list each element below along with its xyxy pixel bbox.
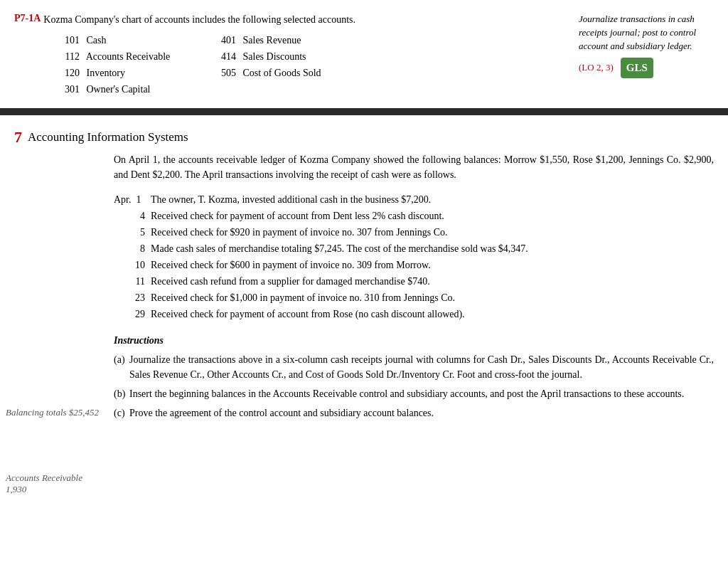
accounts-receivable-label: Accounts Receivable — [6, 472, 82, 483]
acct-name-414: Sales Discounts — [243, 51, 306, 62]
trans-desc-1: The owner, T. Kozma, invested additional… — [151, 192, 714, 207]
trans-desc-23: Received check for $1,000 in payment of … — [151, 290, 714, 305]
problem-content: P7-1A Kozma Company's chart of accounts … — [14, 13, 572, 97]
acct-num-301: 301 — [57, 82, 80, 97]
account-120: 120 Inventory — [57, 65, 213, 80]
transaction-apr-1: Apr. 1 The owner, T. Kozma, invested add… — [114, 192, 714, 207]
problem-description: Kozma Company's chart of accounts includ… — [43, 13, 355, 27]
acct-num-120: 120 — [57, 65, 80, 80]
side-bottom: (LO 2, 3) GLS — [579, 58, 653, 78]
balancing-note: Balancing totals $25,452 — [0, 407, 110, 418]
problem-id: P7-1A — [14, 13, 41, 24]
trans-date-23: 23 — [114, 290, 151, 305]
instructions-title: Instructions — [114, 333, 714, 348]
acct-name-505: Cost of Goods Sold — [243, 68, 321, 78]
instr-label-c: (c) — [114, 406, 129, 420]
section-divider — [0, 108, 728, 115]
transaction-apr-29: 29 Received check for payment of account… — [114, 307, 714, 322]
instr-label-a: (a) — [114, 352, 129, 382]
trans-date-29: 29 — [114, 307, 151, 322]
instruction-c: (c) Prove the agreement of the control a… — [114, 406, 714, 420]
trans-date-8: 8 — [114, 241, 151, 256]
chapter-header: 7 Accounting Information Systems — [0, 115, 728, 152]
account-505: 505 Cost of Goods Sold — [213, 65, 370, 80]
instruction-a: (a) Journalize the transactions above in… — [114, 352, 714, 382]
balancing-note-text: Balancing totals $25,452 — [6, 407, 99, 418]
instructions-section: Instructions (a) Journalize the transact… — [114, 333, 714, 420]
instr-text-b: Insert the beginning balances in the Acc… — [129, 386, 714, 401]
journalize-instruction: Journalize transactions in cash receipts… — [579, 13, 714, 53]
chapter-title: Accounting Information Systems — [28, 130, 188, 144]
acct-num-101: 101 — [57, 33, 80, 48]
accounts-grid: 101 Cash 401 Sales Revenue 112 Accounts … — [57, 33, 572, 97]
account-414: 414 Sales Discounts — [213, 49, 370, 64]
top-section: P7-1A Kozma Company's chart of accounts … — [0, 0, 728, 104]
transaction-apr-5: 5 Received check for $920 in payment of … — [114, 225, 714, 240]
trans-month-label: Apr. 1 — [114, 192, 151, 207]
transaction-apr-10: 10 Received check for $600 in payment of… — [114, 258, 714, 272]
accounts-note: Accounts Receivable 1,930 — [0, 472, 110, 495]
accounts-receivable-value: 1,930 — [6, 484, 26, 494]
transaction-apr-4: 4 Received check for payment of account … — [114, 208, 714, 223]
side-info-box: Journalize transactions in cash receipts… — [572, 13, 714, 78]
trans-desc-5: Received check for $920 in payment of in… — [151, 225, 714, 240]
main-content: On April 1, the accounts receivable ledg… — [0, 152, 728, 420]
account-112: 112 Accounts Receivable — [57, 49, 213, 64]
acct-name-401: Sales Revenue — [243, 35, 301, 46]
acct-name-112: Accounts Receivable — [86, 51, 171, 62]
trans-desc-29: Received check for payment of account fr… — [151, 307, 714, 322]
acct-num-401: 401 — [213, 33, 236, 48]
instruction-b: (b) Insert the beginning balances in the… — [114, 386, 714, 401]
acct-num-414: 414 — [213, 49, 236, 64]
transaction-apr-8: 8 Made cash sales of merchandise totalin… — [114, 241, 714, 256]
transaction-apr-11: 11 Received cash refund from a supplier … — [114, 274, 714, 289]
gls-badge: GLS — [621, 58, 653, 78]
acct-num-505: 505 — [213, 65, 236, 80]
problem-header: P7-1A Kozma Company's chart of accounts … — [14, 13, 572, 27]
trans-desc-11: Received cash refund from a supplier for… — [151, 274, 714, 289]
trans-desc-10: Received check for $600 in payment of in… — [151, 258, 714, 272]
instr-text-a: Journalize the transactions above in a s… — [129, 352, 714, 382]
transactions-list: Apr. 1 The owner, T. Kozma, invested add… — [114, 192, 714, 322]
trans-date-10: 10 — [114, 258, 151, 272]
instr-label-b: (b) — [114, 386, 129, 401]
intro-paragraph: On April 1, the accounts receivable ledg… — [114, 152, 714, 182]
content-area: Balancing totals $25,452 Accounts Receiv… — [0, 152, 728, 420]
trans-date-4: 4 — [114, 208, 151, 223]
acct-num-112: 112 — [57, 49, 80, 64]
acct-name-301: Owner's Capital — [87, 84, 151, 95]
account-401: 401 Sales Revenue — [213, 33, 370, 48]
trans-desc-4: Received check for payment of account fr… — [151, 208, 714, 223]
acct-name-101: Cash — [87, 35, 107, 46]
instr-text-c: Prove the agreement of the control accou… — [129, 406, 714, 420]
transaction-apr-23: 23 Received check for $1,000 in payment … — [114, 290, 714, 305]
acct-name-120: Inventory — [87, 68, 125, 78]
lo-reference: (LO 2, 3) — [579, 61, 614, 74]
trans-date-11: 11 — [114, 274, 151, 289]
account-101: 101 Cash — [57, 33, 213, 48]
chapter-number: 7 — [14, 128, 22, 147]
trans-date-5: 5 — [114, 225, 151, 240]
trans-desc-8: Made cash sales of merchandise totaling … — [151, 241, 714, 256]
account-301: 301 Owner's Capital — [57, 82, 213, 97]
